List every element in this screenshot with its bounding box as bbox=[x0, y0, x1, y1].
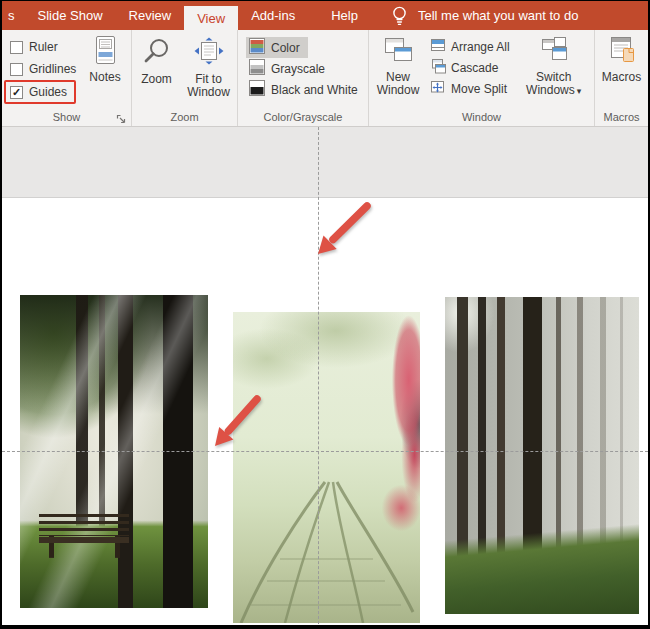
new-window-icon bbox=[382, 35, 414, 68]
arrange-all-label: Arrange All bbox=[451, 40, 510, 54]
move-split-label: Move Split bbox=[451, 82, 507, 96]
move-split-icon bbox=[430, 79, 446, 98]
fit-to-window-label-line2: Window bbox=[187, 86, 230, 99]
group-label-color-grayscale: Color/Grayscale bbox=[238, 111, 368, 123]
notes-icon bbox=[91, 35, 119, 68]
zoom-button[interactable]: Zoom bbox=[134, 32, 180, 86]
tab-partial[interactable]: s bbox=[2, 1, 25, 30]
group-label-window: Window bbox=[369, 111, 594, 123]
powerpoint-window: s Slide Show Review View Add-ins Help Te… bbox=[0, 0, 650, 629]
canvas-top-margin bbox=[2, 127, 648, 198]
railway-tracks bbox=[233, 473, 420, 623]
park-bench bbox=[39, 514, 129, 558]
new-window-button[interactable]: New Window bbox=[374, 30, 422, 97]
macros-button-label: Macros bbox=[602, 71, 641, 84]
misty-railway-photo[interactable] bbox=[233, 312, 420, 623]
cascade-icon bbox=[430, 58, 446, 77]
dropdown-caret-icon: ▾ bbox=[577, 86, 582, 96]
zoom-magnifier-icon bbox=[142, 37, 172, 70]
arrange-all-button[interactable]: Arrange All bbox=[430, 36, 510, 57]
ribbon-group-macros: Macros Macros bbox=[595, 30, 648, 126]
grayscale-icon bbox=[249, 59, 265, 78]
horizontal-guide[interactable] bbox=[2, 451, 648, 452]
foggy-pines-photo[interactable] bbox=[445, 297, 639, 614]
guides-checkbox-box[interactable]: ✓ bbox=[10, 86, 23, 99]
notes-button-label: Notes bbox=[89, 71, 120, 84]
tell-me-box[interactable]: Tell me what you want to do bbox=[408, 1, 588, 30]
tab-slide-show[interactable]: Slide Show bbox=[25, 1, 116, 30]
guides-checkbox[interactable]: ✓ Guides bbox=[10, 82, 68, 102]
notes-button[interactable]: Notes bbox=[82, 30, 128, 84]
color-button[interactable]: Color bbox=[246, 37, 308, 58]
switch-windows-button[interactable]: Switch Windows▾ bbox=[520, 30, 588, 98]
group-label-zoom: Zoom bbox=[132, 111, 237, 123]
new-window-label-line2: Window bbox=[377, 84, 420, 97]
arrange-all-icon bbox=[430, 37, 446, 56]
tab-view[interactable]: View bbox=[184, 6, 238, 30]
cascade-button[interactable]: Cascade bbox=[430, 57, 510, 78]
guides-label: Guides bbox=[29, 85, 67, 99]
black-and-white-icon bbox=[249, 80, 265, 99]
ribbon-group-window: New Window Arrange All bbox=[369, 30, 595, 126]
grayscale-button-label: Grayscale bbox=[271, 62, 325, 76]
show-checkbox-column: Ruler Gridlines ✓ Guides bbox=[10, 36, 76, 104]
lightbulb-icon bbox=[391, 1, 408, 30]
fit-to-window-button[interactable]: Fit to Window bbox=[182, 32, 236, 99]
window-small-buttons: Arrange All Cascade bbox=[430, 36, 510, 99]
group-label-show: Show bbox=[2, 111, 131, 123]
group-label-macros: Macros bbox=[595, 111, 648, 123]
color-icon bbox=[249, 38, 265, 57]
gridlines-checkbox[interactable]: Gridlines bbox=[10, 58, 76, 80]
macros-icon bbox=[607, 35, 637, 68]
grayscale-button[interactable]: Grayscale bbox=[246, 58, 333, 79]
gridlines-label: Gridlines bbox=[29, 62, 76, 76]
red-arrow-upper bbox=[310, 199, 376, 261]
ribbon-group-show: Ruler Gridlines ✓ Guides bbox=[2, 30, 132, 126]
ribbon-group-zoom: Zoom Fit to Window Zoom bbox=[132, 30, 238, 126]
switch-windows-icon bbox=[538, 35, 570, 68]
guides-checkmark: ✓ bbox=[12, 87, 21, 98]
tab-help[interactable]: Help bbox=[318, 1, 371, 30]
black-and-white-button[interactable]: Black and White bbox=[246, 79, 366, 100]
red-arrow-lower bbox=[208, 392, 264, 452]
ribbon-view-tab-contents: Ruler Gridlines ✓ Guides bbox=[2, 30, 648, 127]
black-and-white-button-label: Black and White bbox=[271, 83, 358, 97]
tab-add-ins[interactable]: Add-ins bbox=[238, 1, 308, 30]
ruler-checkbox-box[interactable] bbox=[10, 41, 23, 54]
slide-canvas bbox=[2, 127, 648, 625]
fit-to-window-icon bbox=[193, 37, 225, 70]
guides-highlight-box: ✓ Guides bbox=[4, 80, 76, 104]
app-frame: s Slide Show Review View Add-ins Help Te… bbox=[2, 1, 648, 625]
color-grayscale-list: Color Grayscale bbox=[246, 37, 366, 100]
ribbon-group-color-grayscale: Color Grayscale bbox=[238, 30, 369, 126]
color-button-label: Color bbox=[271, 41, 300, 55]
zoom-button-label: Zoom bbox=[141, 73, 172, 86]
move-split-button[interactable]: Move Split bbox=[430, 78, 510, 99]
ruler-checkbox[interactable]: Ruler bbox=[10, 36, 76, 58]
ruler-label: Ruler bbox=[29, 40, 58, 54]
ribbon-tab-bar: s Slide Show Review View Add-ins Help Te… bbox=[2, 1, 648, 30]
tab-review[interactable]: Review bbox=[116, 1, 185, 30]
cascade-label: Cascade bbox=[451, 61, 498, 75]
switch-windows-label-line2: Windows▾ bbox=[526, 84, 581, 98]
gridlines-checkbox-box[interactable] bbox=[10, 63, 23, 76]
